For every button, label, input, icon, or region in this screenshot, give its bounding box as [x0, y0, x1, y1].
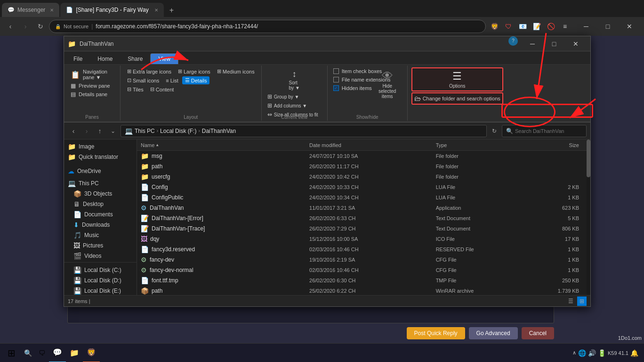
post-quick-reply-btn[interactable]: Post Quick Reply	[407, 327, 465, 339]
file-name-text: font.ttf.tmp	[152, 277, 178, 284]
large-icons-btn[interactable]: ⊞ Large icons	[175, 67, 213, 75]
refresh-btn[interactable]: ↻	[34, 20, 47, 33]
table-row[interactable]: 📄 Config 24/02/2020 10:33 CH LUA File 2 …	[137, 182, 590, 192]
address-bar[interactable]: 🔒 Not secure | forum.ragezone.com/f857/s…	[49, 20, 486, 33]
hide-selected-btn[interactable]: 👁 Hide selected items	[371, 67, 403, 101]
brave-icon[interactable]: 🦁	[488, 20, 501, 33]
taskbar-cortana[interactable]: 🗨	[35, 344, 49, 362]
tab-close-btn[interactable]: ✕	[50, 8, 54, 13]
maximize-btn[interactable]: □	[597, 20, 619, 33]
sidebar-item-3d-objects[interactable]: 📦 3D Objects	[64, 189, 137, 199]
table-row[interactable]: 📄 fancy3d.reserved 02/03/2016 10:46 CH R…	[137, 244, 590, 255]
sidebar-item-quick-translator[interactable]: 📁 Quick translator	[64, 152, 137, 162]
add-columns-btn[interactable]: ⊞ Add columns ▼	[266, 101, 323, 110]
close-browser-btn[interactable]: ✕	[619, 20, 640, 33]
sidebar-item-documents[interactable]: 📄 Documents	[64, 209, 137, 220]
sidebar-item-this-pc[interactable]: 💻 This PC	[64, 178, 137, 189]
col-name-header[interactable]: Name ▲	[141, 142, 309, 148]
sidebar-item-pictures[interactable]: 🖼 Pictures	[64, 240, 137, 251]
group-by-btn[interactable]: ⊞ Group by ▼	[266, 92, 323, 101]
table-row[interactable]: ⚙ fancy-dev-normal 02/03/2016 10:46 CH C…	[137, 265, 590, 275]
view-toggle-grid[interactable]: ⊞	[577, 296, 587, 306]
table-row[interactable]: 📁 msg 24/07/2017 10:10 SA File folder	[137, 151, 590, 161]
medium-icons-btn[interactable]: ⊞ Medium icons	[214, 67, 258, 75]
small-icons-btn[interactable]: ⊡ Small icons	[124, 76, 162, 84]
taskbar-browser-btn[interactable]: 🦁	[83, 344, 100, 362]
sidebar-item-downloads[interactable]: ⬇ Downloads	[64, 220, 137, 230]
table-row[interactable]: ⚙ DaiThanhVan 11/01/2017 3:21 SA Applica…	[137, 203, 590, 213]
details-btn[interactable]: ☰ Details	[182, 76, 210, 84]
notification-btn[interactable]: 🔔	[630, 349, 638, 357]
col-size-header[interactable]: Size	[520, 142, 587, 148]
sidebar-item-music[interactable]: 🎵 Music	[64, 230, 137, 240]
go-advanced-btn[interactable]: Go Advanced	[469, 327, 518, 339]
back-btn[interactable]: ‹	[4, 20, 17, 33]
nav-back-btn[interactable]: ‹	[68, 125, 79, 137]
taskbar-search[interactable]: 🔍	[21, 344, 35, 362]
minimize-btn[interactable]: ─	[575, 20, 597, 33]
list-btn[interactable]: ≡ List	[163, 76, 181, 84]
tab-home[interactable]: Home	[90, 54, 120, 64]
table-row[interactable]: 📁 path 26/02/2020 11:17 CH File folder	[137, 161, 590, 172]
sidebar-item-local-disk-e[interactable]: 💾 Local Disk (E:)	[64, 286, 137, 295]
tiles-btn[interactable]: ⊟ Tiles	[124, 85, 146, 93]
tab-close-btn2[interactable]: ✕	[154, 8, 158, 13]
sidebar-item-desktop[interactable]: 🖥 Desktop	[64, 199, 137, 209]
extension-icon2[interactable]: 📝	[530, 20, 543, 33]
tab-fancy3d[interactable]: 📄 [Share] Fancy3D - Fairy Way ( Pha... ✕	[60, 3, 164, 17]
options-btn[interactable]: ☰ Options	[411, 67, 503, 91]
fe-minimize-btn[interactable]: ─	[522, 36, 543, 51]
preview-pane-btn[interactable]: ▦ Preview pane	[68, 82, 116, 90]
taskbar-messenger-btn[interactable]: 💬	[49, 344, 66, 362]
table-row[interactable]: 📄 font.ttf.tmp 26/02/2020 6:30 CH TMP Fi…	[137, 275, 590, 286]
fe-maximize-btn[interactable]: □	[543, 36, 565, 51]
details-pane-btn[interactable]: ▤ Details pane	[68, 90, 116, 99]
fe-close-btn[interactable]: ✕	[565, 36, 587, 51]
extra-large-icons-btn[interactable]: ⊞ Extra large icons	[124, 67, 174, 75]
help-btn[interactable]: ?	[508, 36, 518, 46]
taskbar-file-explorer-btn[interactable]: 📁	[66, 344, 83, 362]
tab-view[interactable]: View	[150, 53, 178, 64]
table-row[interactable]: ⚙ fancy-dev 19/10/2016 2:19 SA CFG File …	[137, 255, 590, 265]
table-row[interactable]: 🖼 dqy 15/12/2016 10:00 SA ICO File 17 KB	[137, 234, 590, 244]
nav-up-btn[interactable]: ↑	[94, 125, 105, 137]
refresh-loc-btn[interactable]: ↻	[489, 125, 500, 137]
cancel-btn[interactable]: Cancel	[522, 327, 554, 339]
nav-forward-btn[interactable]: ›	[81, 125, 92, 137]
menu-btn[interactable]: ≡	[558, 20, 572, 33]
col-date-header[interactable]: Date modified	[309, 142, 436, 148]
search-input[interactable]	[515, 128, 582, 134]
shield-icon[interactable]: 🛡	[502, 20, 515, 33]
browser-window: 💬 Messenger ✕ 📄 [Share] Fancy3D - Fairy …	[0, 0, 644, 362]
table-row[interactable]: 📁 usercfg 24/02/2020 10:42 CH File folde…	[137, 172, 590, 182]
extension-icon1[interactable]: 📧	[516, 20, 529, 33]
start-btn[interactable]: ⊞	[2, 344, 21, 362]
scroll-thumb[interactable]	[587, 140, 590, 177]
view-toggle-list[interactable]: ☰	[566, 296, 575, 306]
sidebar-item-local-disk-c[interactable]: 💾 Local Disk (C:)	[64, 265, 137, 275]
sort-by-btn[interactable]: ↕ Sortby ▼	[266, 67, 323, 92]
change-folder-btn[interactable]: 🗁 Change folder and search options	[411, 92, 503, 105]
sidebar-item-local-disk-d[interactable]: 💾 Local Disk (D:)	[64, 275, 137, 286]
content-btn[interactable]: ⊟ Content	[147, 85, 177, 93]
tab-share[interactable]: Share	[120, 54, 150, 64]
table-row[interactable]: 📝 DaiThanhVan-[Trace] 26/02/2020 7:29 CH…	[137, 223, 590, 234]
new-tab-btn[interactable]: +	[165, 4, 178, 17]
extension-icon3[interactable]: 🚫	[544, 20, 557, 33]
sidebar-item-onedrive[interactable]: ☁ OneDrive	[64, 166, 137, 176]
tab-messenger[interactable]: 💬 Messenger ✕	[2, 3, 59, 17]
tab-file[interactable]: File	[66, 54, 90, 64]
nav-recent-btn[interactable]: ⌄	[107, 125, 119, 137]
taskbar-up-arrow[interactable]: ∧	[572, 350, 576, 356]
file-type-cell: Text Document	[436, 226, 520, 231]
sidebar-item-videos[interactable]: 🎬 Videos	[64, 251, 137, 261]
table-row[interactable]: 📄 ConfigPublic 24/02/2020 10:34 CH LUA F…	[137, 192, 590, 203]
table-row[interactable]: 📦 path 25/02/2020 6:22 CH WinRAR archive…	[137, 286, 590, 295]
breadcrumb[interactable]: 💻 This PC › Local Disk (F:) › DaiThanhVa…	[121, 125, 487, 137]
file-name-text: path	[152, 288, 162, 294]
navigation-pane-btn[interactable]: 📋 Navigationpane ▼	[68, 67, 116, 82]
table-row[interactable]: 📝 DaiThanhVan-[Error] 26/02/2020 6:33 CH…	[137, 213, 590, 223]
sidebar-item-image[interactable]: 📁 Image	[64, 141, 137, 152]
forward-btn[interactable]: ›	[19, 20, 32, 33]
col-type-header[interactable]: Type	[436, 142, 520, 148]
